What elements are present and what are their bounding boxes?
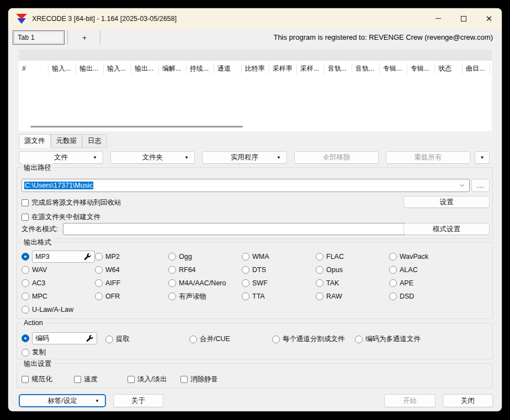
format-radio-option[interactable]: Opus <box>316 266 389 274</box>
checkbox-icon <box>180 376 188 383</box>
about-button[interactable]: 关于 <box>113 394 163 407</box>
radio-icon <box>168 279 176 287</box>
dropdown-arrow-icon: ▼ <box>480 155 485 160</box>
minimize-button[interactable] <box>426 8 451 29</box>
reload-all-button[interactable]: 重载所有 <box>386 151 470 164</box>
radio-icon <box>242 253 249 260</box>
checkbox-icon <box>74 376 81 383</box>
format-radio-option[interactable]: SWF <box>242 279 316 287</box>
output-setting-checkbox[interactable]: 规范化 <box>22 375 52 384</box>
format-radio-option[interactable]: MP3 <box>22 251 95 263</box>
format-radio-option[interactable]: WMA <box>242 253 316 260</box>
dropdown-arrow-icon: ▼ <box>95 398 99 403</box>
format-radio-option[interactable]: U-Law/A-Law <box>22 306 95 313</box>
table-column-header[interactable]: 比特率 <box>242 63 269 74</box>
radio-icon <box>168 293 176 300</box>
action-radio-option[interactable]: 复制 <box>22 348 46 357</box>
format-radio-option[interactable]: FLAC <box>316 253 389 260</box>
table-column-header[interactable]: # <box>19 63 49 74</box>
panel-tab[interactable]: 元数据 <box>51 134 83 148</box>
format-radio-option[interactable]: DTS <box>242 266 316 274</box>
group-label: 输出路径 <box>22 163 54 173</box>
radio-icon <box>95 266 103 274</box>
minimize-icon <box>435 18 441 19</box>
format-radio-option[interactable]: RAW <box>316 293 389 300</box>
format-radio-option[interactable]: OFR <box>95 293 168 300</box>
output-settings-group: 输出设置 规范化 速度 淡入/淡出 消除静音 <box>17 363 493 388</box>
action-radio-option[interactable]: 合并/CUE <box>189 334 230 344</box>
horizontal-scrollbar[interactable] <box>19 125 492 129</box>
table-column-header[interactable]: 状态 <box>435 63 463 74</box>
format-radio-option[interactable]: RF64 <box>168 266 242 274</box>
dropdown-arrow-icon: ▼ <box>184 155 189 160</box>
create-in-source-folder-checkbox[interactable]: 在源文件夹中创建文件 <box>22 212 100 222</box>
table-column-header[interactable]: 通道 <box>214 63 242 74</box>
format-radio-option[interactable]: W64 <box>95 266 168 274</box>
wrench-icon[interactable] <box>86 335 93 342</box>
folder-dropdown-button[interactable]: 文件夹▼ <box>110 151 195 164</box>
panel-tab[interactable]: 日志 <box>82 134 107 148</box>
action-radio-option[interactable]: 编码 <box>22 332 97 344</box>
close-app-button[interactable]: 关闭 <box>443 394 493 407</box>
table-column-header[interactable]: 专辑... <box>407 63 435 74</box>
format-radio-option[interactable]: TAK <box>316 279 389 287</box>
remove-all-button[interactable]: 全部移除 <box>294 151 379 164</box>
format-radio-option[interactable]: WAV <box>22 266 95 274</box>
format-radio-option[interactable]: MP2 <box>95 253 168 260</box>
radio-icon <box>316 253 323 260</box>
tab-1[interactable]: Tab 1 <box>13 30 65 45</box>
start-button[interactable]: 开始 <box>384 394 435 407</box>
format-radio-option[interactable]: MPC <box>22 293 95 300</box>
table-column-header[interactable]: 音轨... <box>352 63 380 74</box>
wrench-icon[interactable] <box>84 253 91 260</box>
format-radio-option[interactable]: TTA <box>242 293 316 300</box>
file-list-table[interactable]: #输入...输出...输入...输出...编解...持续...通道比特率采样率采… <box>19 50 492 131</box>
chevron-down-icon[interactable] <box>460 183 464 188</box>
table-column-header[interactable]: 采样率 <box>269 63 297 74</box>
output-path-combobox[interactable]: C:\Users\17371\Music <box>22 179 470 192</box>
table-column-header[interactable]: 编解... <box>159 63 187 74</box>
table-column-header[interactable]: 输出... <box>76 63 104 74</box>
radio-icon <box>22 266 29 274</box>
format-radio-option[interactable]: ALAC <box>389 266 428 274</box>
table-column-header[interactable]: 输入... <box>49 63 76 74</box>
move-to-recycle-checkbox[interactable]: 完成后将源文件移动到回收站 <box>22 198 121 208</box>
more-options-dropdown-button[interactable]: ▼ <box>475 151 490 164</box>
tab-separator <box>100 30 100 45</box>
radio-icon <box>22 306 29 313</box>
format-radio-option[interactable]: APE <box>389 279 428 287</box>
table-column-header[interactable]: 输入... <box>104 63 131 74</box>
tags-settings-dropdown-button[interactable]: 标签/设定▼ <box>19 394 106 407</box>
table-column-header[interactable]: 持续... <box>187 63 214 74</box>
format-radio-option[interactable]: AIFF <box>95 279 168 287</box>
output-setting-checkbox[interactable]: 速度 <box>74 375 98 384</box>
table-column-header[interactable]: 输出... <box>131 63 159 74</box>
filename-pattern-combobox[interactable] <box>63 223 415 235</box>
settings-button[interactable]: 设置 <box>403 196 490 208</box>
table-column-header[interactable]: 曲目... <box>463 63 490 74</box>
panel-tab[interactable]: 源文件 <box>19 134 51 148</box>
format-radio-option[interactable]: WavPack <box>389 253 428 260</box>
utility-dropdown-button[interactable]: 实用程序▼ <box>202 151 287 164</box>
table-column-header[interactable]: 采样... <box>297 63 325 74</box>
action-radio-option[interactable]: 每个通道分割成文件 <box>272 334 345 344</box>
format-radio-option[interactable]: M4A/AAC/Nero <box>168 279 242 287</box>
title-bar[interactable]: XRECODE 3 [64-bit] - 1.164 [2025-03-05/2… <box>8 8 502 29</box>
browse-path-button[interactable]: ... <box>471 179 490 192</box>
format-radio-option[interactable]: Ogg <box>168 253 242 260</box>
action-radio-option[interactable]: 提取 <box>105 334 130 344</box>
maximize-button[interactable] <box>451 8 476 29</box>
table-column-header[interactable]: 专辑... <box>380 63 407 74</box>
output-setting-checkbox[interactable]: 淡入/淡出 <box>128 375 167 384</box>
table-column-header[interactable]: 音轨... <box>325 63 352 74</box>
add-tab-button[interactable]: + <box>70 30 99 45</box>
format-radio-option[interactable]: 有声读物 <box>168 292 242 301</box>
format-radio-option[interactable]: AC3 <box>22 279 95 287</box>
format-radio-option[interactable]: DSD <box>389 293 428 300</box>
files-dropdown-button[interactable]: 文件▼ <box>19 151 103 164</box>
action-radio-option[interactable]: 编码为多通道文件 <box>355 334 421 344</box>
scrollbar-thumb[interactable] <box>30 126 243 127</box>
output-setting-checkbox[interactable]: 消除静音 <box>180 375 218 384</box>
pattern-settings-button[interactable]: 模式设置 <box>403 223 490 235</box>
close-button[interactable]: ✕ <box>476 8 502 29</box>
